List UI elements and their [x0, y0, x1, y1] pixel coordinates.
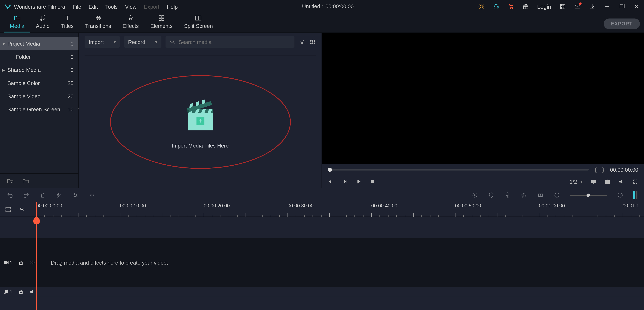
tab-titles[interactable]: Titles [56, 13, 79, 32]
svg-point-8 [44, 19, 45, 20]
import-dropdown[interactable]: Import▾ [85, 36, 120, 48]
delete-icon[interactable] [40, 192, 46, 198]
zoom-slider[interactable] [570, 194, 607, 196]
sidebar-item-shared-media[interactable]: ▶Shared Media0 [0, 63, 78, 76]
audio-mixer-icon[interactable] [521, 192, 528, 198]
gift-icon[interactable] [522, 3, 529, 10]
mark-in-button[interactable]: { [595, 166, 597, 173]
cart-icon[interactable] [508, 3, 514, 10]
search-media-input[interactable] [165, 36, 294, 48]
video-preview[interactable] [322, 33, 644, 164]
menu-help[interactable]: Help [167, 4, 178, 10]
zoom-out-icon[interactable] [554, 192, 560, 198]
sidebar-item-sample-color[interactable]: Sample Color25 [0, 76, 78, 90]
save-icon[interactable] [559, 3, 566, 10]
svg-point-49 [525, 196, 526, 197]
window-maximize-icon[interactable] [618, 3, 625, 10]
next-frame-icon[interactable] [342, 179, 348, 184]
tips-icon[interactable] [478, 3, 484, 10]
crop-icon[interactable] [537, 192, 544, 198]
search-media-field[interactable] [178, 39, 290, 45]
menu-file[interactable]: File [72, 4, 81, 10]
support-icon[interactable] [493, 3, 500, 10]
lock-icon[interactable] [18, 260, 24, 266]
delete-folder-icon[interactable] [22, 177, 30, 185]
tab-elements[interactable]: Elements [144, 13, 178, 32]
tab-effects[interactable]: Effects [117, 13, 144, 32]
preview-quality-dropdown[interactable]: 1/2▾ [570, 178, 582, 184]
window-minimize-icon[interactable] [604, 3, 610, 10]
svg-rect-10 [162, 16, 164, 18]
prev-frame-icon[interactable] [328, 179, 334, 184]
render-icon[interactable] [472, 192, 478, 198]
track-manager-icon[interactable] [5, 206, 12, 212]
media-drop-zone[interactable]: Import Media Files Here [85, 55, 316, 188]
svg-point-21 [310, 43, 311, 44]
login-button[interactable]: Login [537, 3, 551, 10]
mark-out-button[interactable]: } [602, 166, 604, 173]
mute-icon[interactable] [30, 289, 36, 294]
svg-rect-12 [162, 18, 164, 20]
svg-point-48 [522, 196, 523, 198]
sidebar-item-folder[interactable]: Folder0 [0, 50, 78, 63]
filter-icon[interactable] [299, 39, 305, 45]
time-ruler[interactable]: 00:00:00:0000:00:10:0000:00:20:0000:00:3… [36, 202, 644, 217]
fullscreen-icon[interactable] [632, 179, 638, 184]
svg-point-60 [7, 292, 8, 293]
svg-point-19 [312, 42, 313, 42]
play-icon[interactable] [356, 179, 362, 184]
undo-icon[interactable] [6, 192, 13, 198]
menu-edit[interactable]: Edit [88, 4, 98, 10]
volume-icon[interactable] [618, 179, 624, 184]
svg-rect-37 [591, 180, 596, 183]
redo-icon[interactable] [23, 192, 30, 198]
adjust-icon[interactable] [72, 192, 79, 198]
grid-view-icon[interactable] [309, 39, 316, 45]
ruler-label: 00:00:50:00 [455, 203, 481, 208]
audio-track-label: 1 [3, 289, 12, 294]
preview-scrub-slider[interactable] [328, 169, 589, 170]
mail-icon[interactable] [574, 3, 581, 10]
menu-tools[interactable]: Tools [105, 4, 118, 10]
tab-transitions[interactable]: Transitions [79, 13, 117, 32]
voiceover-icon[interactable] [504, 192, 511, 198]
svg-point-39 [606, 181, 608, 183]
tab-split-screen[interactable]: Split Screen [178, 13, 218, 32]
drop-label: Import Media Files Here [172, 142, 229, 149]
sidebar-item-sample-video[interactable]: Sample Video20 [0, 90, 78, 103]
svg-point-2 [512, 8, 512, 9]
zoom-in-icon[interactable] [617, 192, 624, 198]
svg-point-16 [312, 40, 313, 40]
sidebar-item-project-media[interactable]: ▼Project Media0 [0, 37, 78, 50]
split-icon[interactable] [56, 192, 62, 198]
playhead[interactable] [36, 202, 37, 310]
download-icon[interactable] [589, 3, 596, 10]
svg-point-15 [310, 40, 311, 40]
ruler-label: 00:00:30:00 [288, 203, 314, 208]
window-close-icon[interactable] [633, 3, 640, 10]
tab-audio[interactable]: Audio [30, 13, 55, 32]
module-tabs: MediaAudioTitlesTransitionsEffectsElemen… [0, 13, 644, 33]
menu-export: Export [144, 4, 160, 10]
new-folder-icon[interactable] [6, 177, 14, 185]
sidebar-item-sample-green-screen[interactable]: Sample Green Screen10 [0, 103, 78, 116]
clapperboard-icon [180, 95, 220, 134]
audio-meter-icon[interactable] [633, 191, 638, 199]
title-bar: Wondershare Filmora FileEditToolsViewExp… [0, 0, 644, 13]
link-icon[interactable] [19, 206, 26, 212]
record-dropdown[interactable]: Record▾ [124, 36, 161, 48]
menu-view[interactable]: View [125, 4, 136, 10]
visibility-icon[interactable] [30, 260, 36, 266]
stop-icon[interactable] [370, 179, 376, 184]
video-track[interactable]: 1 Drag media and effects here to create … [0, 238, 644, 287]
ruler-label: 00:00:00:00 [36, 203, 62, 208]
lock-icon[interactable] [18, 289, 24, 294]
audio-edit-icon[interactable] [89, 192, 95, 198]
svg-rect-4 [560, 4, 565, 9]
tab-media[interactable]: Media [4, 13, 30, 32]
marker-shield-icon[interactable] [488, 192, 494, 198]
svg-rect-9 [159, 16, 161, 18]
display-icon[interactable] [590, 179, 596, 184]
snapshot-icon[interactable] [604, 179, 610, 184]
svg-point-23 [314, 43, 314, 44]
